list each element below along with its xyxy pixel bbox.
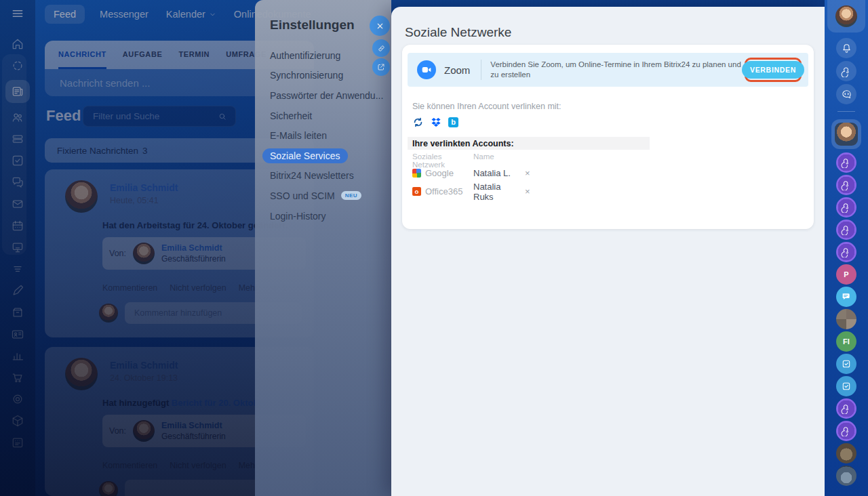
post-timestamp: 24. Oktober 19:13 [110,373,178,383]
copy-link-button[interactable] [372,39,390,57]
post-timestamp: Heute, 05:41 [110,196,178,205]
chat-bubble-purple[interactable] [836,220,856,240]
settings-item-bitrix24-newsletters[interactable]: Bitrix24 Newsletters [255,166,391,186]
cart-icon[interactable] [9,370,26,385]
chat-bubble-blue[interactable] [836,376,856,396]
chat-bubble-purple[interactable] [836,197,856,218]
commenter-avatar [99,481,118,496]
quote-avatar[interactable] [133,420,155,442]
chat-bubble-purple[interactable] [836,175,856,195]
chat-bubble-purple[interactable] [836,242,856,262]
post-action-kommentieren[interactable]: Kommentieren [102,461,157,470]
social-networks-panel: Soziale Netzwerke Zoom Verbinden Sie Zoo… [391,7,825,496]
bitrix24-app: FeedMessengerKalenderOnlinedokumente NAC… [0,0,868,496]
post-action-nicht-verfolgen[interactable]: Nicht verfolgen [170,283,226,293]
idcard-icon[interactable] [9,327,26,342]
left-sidebar [0,0,35,496]
author-avatar[interactable] [65,358,98,390]
calendar-icon[interactable] [9,218,26,233]
commenter-avatar [99,304,118,323]
feed-search-input[interactable] [92,110,218,122]
nav-item-label: Kalender [166,9,205,20]
copilot-icon[interactable] [9,58,26,73]
unlink-account-button[interactable]: × [525,168,530,178]
cube-icon[interactable] [9,413,26,428]
post-body-text: Hat hinzugefügt [102,398,169,408]
settings-item-sicherheit[interactable]: Sicherheit [255,106,391,126]
tasks-icon[interactable] [9,153,26,168]
open-external-button[interactable] [372,58,390,76]
grid-icon[interactable] [9,435,26,450]
chat-bubble-purple[interactable] [836,398,856,419]
chat-bubble-lightblue[interactable] [836,287,856,307]
author-avatar[interactable] [65,180,98,213]
social-networks-card: Zoom Verbinden Sie Zoom, um Online-Termi… [402,45,814,229]
copilot-button[interactable] [836,61,856,81]
chat-bubble-collage[interactable] [836,309,856,329]
quote-name[interactable]: Emilia Schmidt [161,421,226,430]
chats-icon[interactable] [9,175,26,190]
composer-tab-nachricht[interactable]: NACHRICHT [58,41,106,69]
target-icon[interactable] [9,392,26,407]
sign-icon[interactable] [9,283,26,298]
chart-icon[interactable] [9,348,26,363]
profile-avatar[interactable] [835,5,857,27]
messenger-button[interactable] [836,84,856,104]
bitrix24-icon[interactable]: b [448,117,458,127]
nav-item-messenger[interactable]: Messenger [97,5,151,24]
chat-bubble-photo1[interactable] [836,443,856,463]
notifications-button[interactable] [836,38,856,58]
chat-bubble-purple[interactable] [836,152,856,173]
author-name[interactable]: Emilia Schmidt [110,360,178,371]
settings-item-synchronisierung[interactable]: Synchronisierung [255,66,391,86]
mail-icon[interactable] [9,197,26,211]
post-action-kommentieren[interactable]: Kommentieren [102,283,157,293]
unlink-account-button[interactable]: × [525,186,530,197]
composer-tab-termin[interactable]: TERMIN [178,41,210,69]
dropbox-icon[interactable] [430,117,442,127]
zoom-connect-banner: Zoom Verbinden Sie Zoom, um Online-Termi… [408,53,808,87]
video-icon[interactable] [9,240,26,255]
active-chat[interactable] [831,119,861,149]
settings-item-label: Passwörter der Anwendu... [270,90,383,101]
nav-item-kalender[interactable]: Kalender [163,5,219,24]
bitrix24-glyph: b [448,117,458,127]
settings-item-soziale-services[interactable]: Soziale Services [255,146,391,166]
home-icon[interactable] [9,37,26,51]
network-label: Google [425,168,454,178]
link-account-hint: Sie können Ihren Account verlinken mit: [412,102,561,111]
quote-avatar[interactable] [133,243,155,264]
composer-tab-aufgabe[interactable]: AUFGABE [123,41,163,69]
quote-role: Geschäftsführerin [161,254,226,264]
box-icon[interactable] [9,305,26,320]
stack-icon[interactable] [9,262,26,276]
settings-item-passw-rter-der-anwendu-[interactable]: Passwörter der Anwendu... [255,85,391,106]
settings-item-authentifizierung[interactable]: Authentifizierung [255,45,391,66]
nav-item-label: Messenger [100,9,149,20]
banner-divider [481,60,481,80]
verbinden-button[interactable]: VERBINDEN [742,61,804,79]
close-panel-button[interactable] [370,16,390,36]
nav-item-feed[interactable]: Feed [45,5,85,24]
chat-bubble-purple[interactable] [836,421,856,441]
chat-bubble-pink[interactable]: P [836,264,856,285]
settings-item-e-mails-leiten[interactable]: E-Mails leiten [255,125,391,146]
office365-connect-icon[interactable] [412,117,424,128]
author-name[interactable]: Emilia Schmidt [110,182,178,193]
account-name: Natalia Ruks [473,182,519,202]
feed-icon[interactable] [5,80,30,103]
people-icon[interactable] [9,110,26,125]
from-label: Von: [109,426,126,436]
menu-burger-icon[interactable] [11,7,24,20]
settings-menu: AuthentifizierungSynchronisierungPasswör… [255,45,391,226]
drive-icon[interactable] [9,131,26,146]
settings-item-login-history[interactable]: Login-History [255,206,391,226]
feed-search[interactable] [83,106,236,127]
chat-bubble-photo2[interactable] [836,466,856,486]
chat-bubble-blue[interactable] [836,354,856,374]
settings-item-sso-und-scim[interactable]: SSO und SCIMNEU [255,186,391,206]
post-action-nicht-verfolgen[interactable]: Nicht verfolgen [170,461,226,470]
quote-name[interactable]: Emilia Schmidt [161,243,226,253]
account-network: oOffice365 [412,186,473,197]
chat-bubble-green[interactable]: FI [836,331,856,352]
